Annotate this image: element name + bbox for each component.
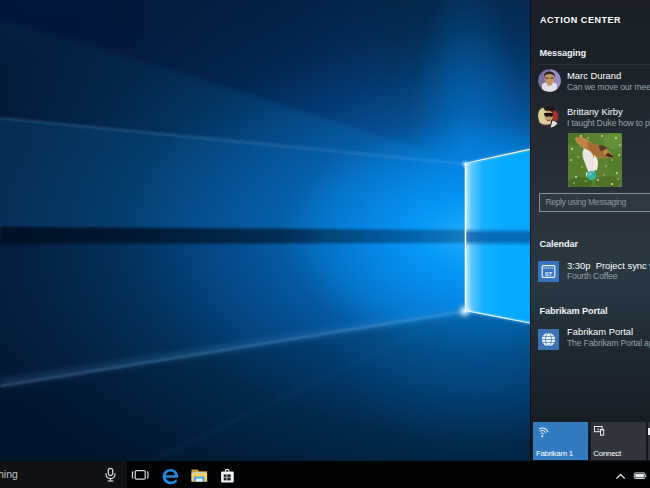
svg-text:07: 07: [545, 270, 552, 277]
